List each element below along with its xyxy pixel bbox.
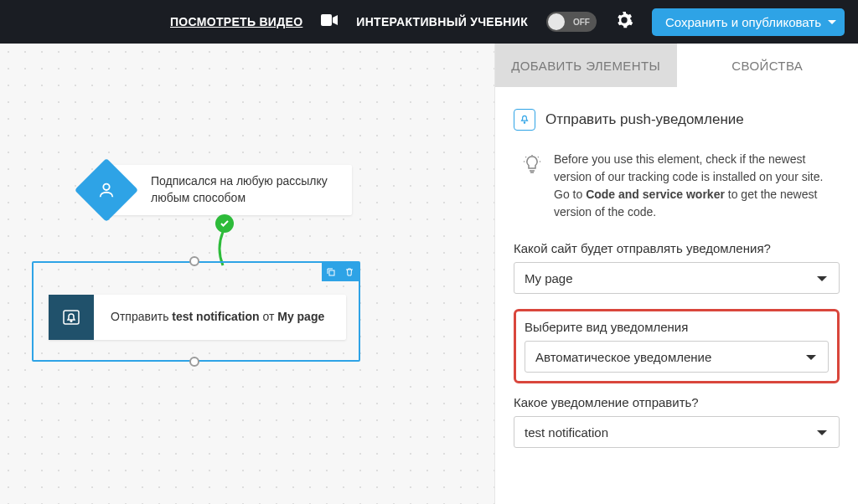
side-panel: ДОБАВИТЬ ЭЛЕМЕНТЫ СВОЙСТВА Отправить pus… [494, 44, 858, 504]
svg-rect-0 [321, 14, 332, 26]
person-icon [75, 158, 138, 222]
notice-text: Before you use this element, check if th… [554, 151, 840, 221]
lightbulb-icon [522, 154, 542, 221]
notice-bold: Code and service worker [586, 188, 725, 201]
tab-add-elements[interactable]: ДОБАВИТЬ ЭЛЕМЕНТЫ [495, 44, 677, 87]
trigger-text-2: любым способом [151, 190, 328, 207]
trigger-node[interactable]: Подписался на любую рассылку любым спосо… [109, 165, 352, 215]
toggle-state: OFF [573, 18, 590, 27]
port-out[interactable] [189, 357, 199, 367]
type-select-value: Автоматическое уведомление [535, 350, 711, 364]
panel-tabs: ДОБАВИТЬ ЭЛЕМЕНТЫ СВОЙСТВА [495, 44, 858, 87]
notif-select[interactable]: test notification [514, 416, 840, 448]
notif-field-label: Какое уведомление отправить? [514, 395, 840, 409]
bell-icon [49, 295, 94, 340]
svg-point-5 [524, 122, 525, 123]
trigger-text-1: Подписался на любую рассылку [151, 173, 328, 190]
notif-select-value: test notification [525, 425, 608, 440]
panel-title: Отправить push-уведомление [545, 111, 744, 128]
svg-point-1 [103, 184, 109, 190]
selected-node-frame: Отправить test notification от My page [32, 261, 360, 362]
action-item: test notification [172, 310, 259, 323]
action-node-body: Отправить test notification от My page [94, 295, 341, 340]
tutorial-toggle[interactable]: OFF [546, 12, 597, 32]
site-field-label: Какой сайт будет отправлять уведомления? [514, 241, 840, 255]
site-select[interactable]: My page [514, 262, 840, 294]
type-field-label: Выберите вид уведомления [525, 320, 829, 334]
watch-video-link[interactable]: ПОСМОТРЕТЬ ВИДЕО [170, 15, 302, 28]
tab-properties[interactable]: СВОЙСТВА [677, 44, 859, 87]
connector [214, 215, 231, 265]
site-select-value: My page [525, 271, 573, 285]
workflow-canvas[interactable]: Подписался на любую рассылку любым спосо… [0, 44, 494, 504]
gear-icon[interactable] [615, 11, 633, 33]
main-area: Подписался на любую рассылку любым спосо… [0, 44, 858, 504]
trigger-node-body: Подписался на любую рассылку любым спосо… [134, 165, 344, 215]
panel-title-row: Отправить push-уведомление [514, 102, 840, 131]
panel-body: Отправить push-уведомление Before you us… [495, 87, 858, 502]
action-source: My page [277, 310, 324, 323]
copy-icon[interactable] [322, 263, 340, 281]
action-node[interactable]: Отправить test notification от My page [49, 295, 346, 340]
save-publish-label: Сохранить и опубликовать [665, 15, 821, 29]
tutorial-label: ИНТЕРАКТИВНЫЙ УЧЕБНИК [356, 15, 528, 28]
camera-icon [321, 14, 338, 29]
svg-rect-2 [329, 270, 334, 275]
action-mid: от [260, 310, 278, 323]
action-prefix: Отправить [111, 310, 172, 323]
top-header: ПОСМОТРЕТЬ ВИДЕО ИНТЕРАКТИВНЫЙ УЧЕБНИК O… [0, 0, 858, 44]
svg-point-4 [70, 321, 72, 322]
highlighted-group: Выберите вид уведомления Автоматическое … [514, 309, 840, 383]
bell-outline-icon [514, 109, 535, 131]
trash-icon[interactable] [340, 263, 359, 281]
info-notice: Before you use this element, check if th… [514, 147, 840, 224]
toggle-knob [548, 13, 565, 30]
save-publish-button[interactable]: Сохранить и опубликовать [652, 8, 845, 36]
port-in[interactable] [189, 256, 199, 266]
type-select[interactable]: Автоматическое уведомление [525, 341, 829, 373]
node-actions [322, 263, 359, 281]
